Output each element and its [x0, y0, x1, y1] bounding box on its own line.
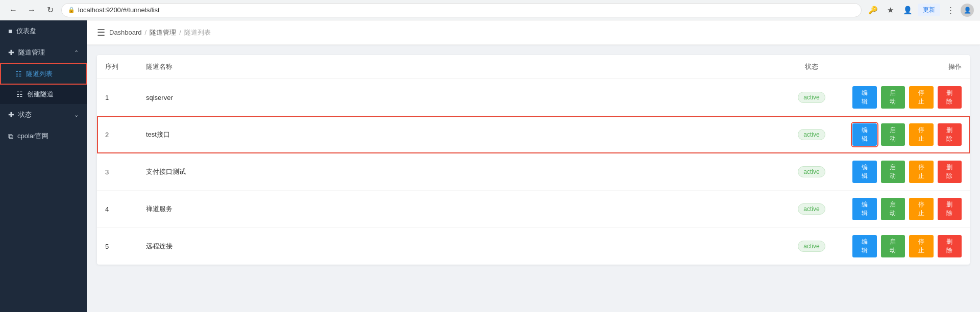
- breadcrumb-dashboard[interactable]: Dashboard: [109, 29, 142, 36]
- sidebar-item-create-tunnel[interactable]: ☷ 创建隧道: [0, 85, 87, 104]
- edit-button[interactable]: 编辑: [852, 123, 877, 146]
- sidebar-create-tunnel-label: 创建隧道: [27, 90, 54, 99]
- star-icon-btn[interactable]: ★: [883, 3, 897, 17]
- edit-button[interactable]: 编辑: [852, 86, 877, 109]
- sidebar-item-tunnel-mgmt[interactable]: ✚ 隧道管理 ⌃: [0, 42, 87, 63]
- app-container: ■ 仪表盘 ✚ 隧道管理 ⌃ ☷ 隧道列表 ☷ 创建隧道 ✚ 状态 ⌄ ⧉ cp…: [0, 20, 980, 312]
- lock-icon: 🔒: [68, 7, 75, 13]
- status-badge: active: [798, 241, 825, 252]
- delete-button[interactable]: 删除: [938, 235, 962, 257]
- cell-name: 禅道服务: [138, 191, 781, 228]
- main-content: ☰ Dashboard / 隧道管理 / 隧道列表 序列 隧道名称 状态: [87, 20, 980, 312]
- stop-button[interactable]: 停止: [909, 86, 934, 109]
- delete-button[interactable]: 删除: [938, 198, 962, 220]
- menu-hamburger-icon[interactable]: ☰: [97, 27, 105, 38]
- sidebar-dashboard-label: 仪表盘: [16, 27, 36, 36]
- breadcrumb: Dashboard / 隧道管理 / 隧道列表: [109, 28, 211, 37]
- cell-status: active: [781, 116, 842, 153]
- forward-button[interactable]: →: [24, 3, 39, 17]
- tunnels-table: 序列 隧道名称 状态 操作 1sqlserveractive编辑启动停止删除2t…: [97, 55, 970, 265]
- start-button[interactable]: 启动: [881, 198, 905, 220]
- status-badge: active: [798, 129, 825, 140]
- cell-name: test接口: [138, 116, 781, 153]
- start-button[interactable]: 启动: [881, 86, 905, 109]
- cell-status: active: [781, 228, 842, 265]
- table-row: 1sqlserveractive编辑启动停止删除: [97, 79, 970, 116]
- chevron-down-status-icon: ⌄: [74, 112, 79, 118]
- edit-button[interactable]: 编辑: [852, 161, 877, 183]
- cell-index: 4: [97, 191, 138, 228]
- edit-button[interactable]: 编辑: [852, 235, 877, 257]
- start-button[interactable]: 启动: [881, 123, 905, 146]
- edit-button[interactable]: 编辑: [852, 198, 877, 220]
- breadcrumb-tunnel-list: 隧道列表: [184, 28, 211, 37]
- cell-index: 3: [97, 153, 138, 191]
- breadcrumb-sep-1: /: [145, 29, 147, 36]
- actions-group: 编辑启动停止删除: [850, 86, 962, 109]
- key-icon-btn[interactable]: 🔑: [866, 3, 880, 17]
- sidebar-status-label: 状态: [18, 110, 32, 119]
- sidebar-tunnel-mgmt-label: 隧道管理: [18, 48, 45, 57]
- col-header-index: 序列: [97, 55, 138, 79]
- start-button[interactable]: 启动: [881, 235, 905, 257]
- stop-button[interactable]: 停止: [909, 198, 934, 220]
- col-header-name: 隧道名称: [138, 55, 781, 79]
- tunnel-list-icon: ☷: [15, 70, 22, 78]
- table-row: 2test接口active编辑启动停止删除: [97, 116, 970, 153]
- create-tunnel-icon: ☷: [16, 90, 23, 98]
- cell-name: 远程连接: [138, 228, 781, 265]
- status-badge: active: [798, 166, 825, 177]
- cell-index: 2: [97, 116, 138, 153]
- table-row: 3支付接口测试active编辑启动停止删除: [97, 153, 970, 191]
- actions-group: 编辑启动停止删除: [850, 123, 962, 146]
- update-button[interactable]: 更新: [918, 4, 940, 16]
- cell-name: 支付接口测试: [138, 153, 781, 191]
- menu-dots-button[interactable]: ⋮: [943, 3, 958, 17]
- cell-actions: 编辑启动停止删除: [842, 228, 970, 265]
- dashboard-icon: ■: [8, 27, 12, 35]
- address-bar[interactable]: 🔒 localhost:9200/#/tunnels/list: [61, 3, 862, 17]
- breadcrumb-sep-2: /: [179, 29, 181, 36]
- table-row: 5远程连接active编辑启动停止删除: [97, 228, 970, 265]
- cell-status: active: [781, 79, 842, 116]
- back-button[interactable]: ←: [6, 3, 20, 17]
- cell-status: active: [781, 191, 842, 228]
- delete-button[interactable]: 删除: [938, 86, 962, 109]
- delete-button[interactable]: 删除: [938, 123, 962, 146]
- stop-button[interactable]: 停止: [909, 161, 934, 183]
- status-icon: ✚: [8, 111, 14, 119]
- browser-chrome: ← → ↻ 🔒 localhost:9200/#/tunnels/list 🔑 …: [0, 0, 980, 20]
- sidebar: ■ 仪表盘 ✚ 隧道管理 ⌃ ☷ 隧道列表 ☷ 创建隧道 ✚ 状态 ⌄ ⧉ cp…: [0, 20, 87, 312]
- chevron-up-icon: ⌃: [74, 49, 79, 56]
- stop-button[interactable]: 停止: [909, 123, 934, 146]
- cell-name: sqlserver: [138, 79, 781, 116]
- cell-actions: 编辑启动停止删除: [842, 191, 970, 228]
- profile-icon-btn[interactable]: 👤: [900, 3, 915, 17]
- actions-group: 编辑启动停止删除: [850, 198, 962, 220]
- table-row: 4禅道服务active编辑启动停止删除: [97, 191, 970, 228]
- tunnel-mgmt-icon: ✚: [8, 48, 14, 57]
- status-badge: active: [798, 203, 825, 215]
- cell-actions: 编辑启动停止删除: [842, 153, 970, 191]
- delete-button[interactable]: 删除: [938, 161, 962, 183]
- sidebar-item-status[interactable]: ✚ 状态 ⌄: [0, 104, 87, 125]
- table-container: 序列 隧道名称 状态 操作 1sqlserveractive编辑启动停止删除2t…: [97, 55, 970, 265]
- cell-index: 5: [97, 228, 138, 265]
- browser-right-icons: 🔑 ★ 👤 更新 ⋮ 👤: [866, 3, 974, 17]
- col-header-actions: 操作: [842, 55, 970, 79]
- cell-index: 1: [97, 79, 138, 116]
- start-button[interactable]: 启动: [881, 161, 905, 183]
- sidebar-cpolar-label: cpolar官网: [17, 132, 48, 141]
- refresh-button[interactable]: ↻: [43, 3, 57, 17]
- breadcrumb-tunnel-mgmt[interactable]: 隧道管理: [150, 28, 176, 37]
- cell-actions: 编辑启动停止删除: [842, 116, 970, 153]
- sidebar-item-dashboard[interactable]: ■ 仪表盘: [0, 20, 87, 42]
- stop-button[interactable]: 停止: [909, 235, 934, 257]
- sidebar-item-cpolar[interactable]: ⧉ cpolar官网: [0, 125, 87, 147]
- col-header-status: 状态: [781, 55, 842, 79]
- sidebar-tunnel-list-label: 隧道列表: [26, 69, 53, 79]
- cpolar-icon: ⧉: [8, 132, 13, 141]
- status-badge: active: [798, 92, 825, 103]
- sidebar-item-tunnel-list[interactable]: ☷ 隧道列表: [0, 63, 87, 85]
- actions-group: 编辑启动停止删除: [850, 235, 962, 257]
